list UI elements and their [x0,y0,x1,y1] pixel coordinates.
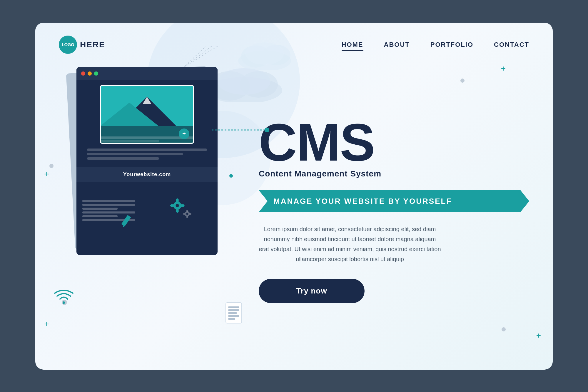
teal-dot [229,174,233,178]
cms-subtitle: Content Management System [259,169,529,179]
text-panel [76,183,147,238]
document-icon [223,302,244,328]
left-illustration: + + + [35,61,241,364]
logo-circle: LOGO [59,36,77,54]
browser-plus-button[interactable]: + [179,129,189,139]
svg-rect-19 [100,140,159,142]
browser-line-2 [87,153,183,155]
deco-plus-right-1: + [501,64,506,73]
svg-rect-56 [228,318,235,320]
browser-mockup: + Yourwebsite.com [76,67,218,255]
deco-dot-right-2 [502,327,506,331]
logo-circle-text: LOGO [62,42,74,47]
svg-rect-55 [228,315,239,317]
svg-rect-53 [228,309,239,311]
folder-icon [98,255,125,255]
deco-dot-1 [49,164,54,168]
panel-line-2 [82,204,135,206]
panel-line-5 [82,215,118,217]
gear-icon-large [169,197,196,224]
svg-rect-34 [186,210,188,211]
user-icon [171,255,194,255]
bottom-grid [76,183,218,255]
cms-heading: CMS [259,119,529,166]
svg-rect-52 [228,306,239,308]
svg-point-33 [186,213,188,215]
deco-plus-right-2: + [536,331,541,340]
browser-line-1 [87,149,207,151]
browser-header [76,67,218,80]
url-bar: Yourwebsite.com [76,167,218,182]
url-text: Yourwebsite.com [123,171,171,178]
main-nav: HOME ABOUT PORTFOLIO CONTACT [342,41,529,49]
deco-dot-right-1 [460,79,465,83]
svg-point-48 [63,301,65,304]
logo-text: HERE [80,40,105,49]
dotted-connector [212,126,270,134]
logo-area: LOGO HERE [59,36,105,54]
try-now-button[interactable]: Try now [259,279,365,303]
svg-point-50 [265,128,269,132]
ribbon-text: MANAGE YOUR WEBSITE BY YOURSELF [273,197,452,206]
svg-point-23 [176,204,179,207]
browser-content: + [76,80,218,164]
svg-rect-54 [228,312,237,314]
browser-lines [81,149,213,160]
folder-panel [76,238,147,255]
browser-image: + [100,85,194,144]
browser-dot-orange [88,71,92,76]
nav-item-home[interactable]: HOME [342,41,363,49]
svg-rect-36 [183,213,185,215]
browser-dot-red [81,71,85,76]
pencil-icon [121,215,135,230]
browser-line-3 [87,157,159,160]
svg-rect-37 [190,213,191,215]
header: LOGO HERE HOME ABOUT PORTFOLIO CONTACT [35,23,553,55]
panel-line-4 [82,211,135,213]
right-content: + + CMS Content Management System MANAGE… [241,61,553,364]
user-panel [147,238,218,255]
browser-dot-green [94,71,98,76]
svg-rect-35 [186,216,188,218]
nav-item-about[interactable]: ABOUT [384,41,410,49]
main-card: LOGO HERE HOME ABOUT PORTFOLIO CONTACT +… [35,23,553,370]
wifi-icon [54,289,74,305]
content-area: + + + [35,55,553,370]
deco-plus-3: + [44,320,49,328]
panel-line-1 [82,200,135,202]
body-text: Lorem ipsum dolor sit amet, consectetuer… [259,224,441,264]
ribbon-banner: MANAGE YOUR WEBSITE BY YOURSELF [259,190,529,212]
nav-item-contact[interactable]: CONTACT [494,41,529,49]
gear-panel [147,183,218,238]
svg-rect-20 [121,215,131,226]
nav-item-portfolio[interactable]: PORTFOLIO [430,41,473,49]
panel-line-3 [82,208,118,210]
deco-plus-2: + [44,170,49,179]
